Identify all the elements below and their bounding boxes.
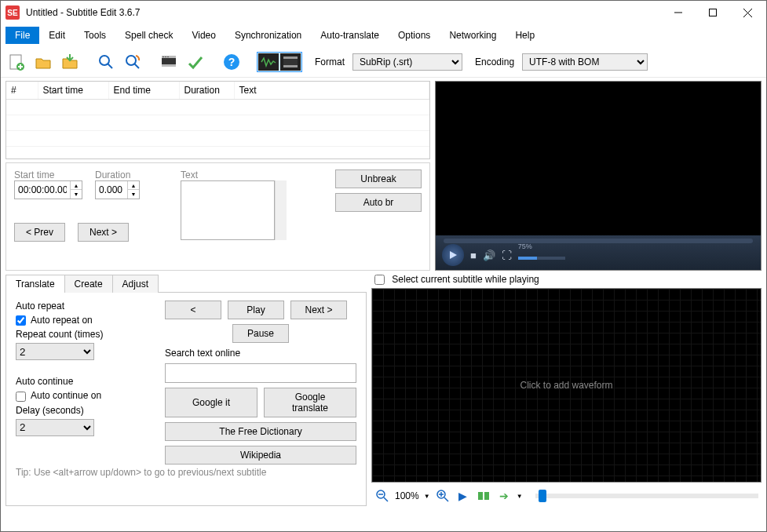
google-translate-button[interactable]: Google translate — [264, 388, 356, 417]
wf-position-icon[interactable] — [476, 488, 491, 504]
tab-create[interactable]: Create — [64, 275, 113, 293]
translate-prev-button[interactable]: < — [165, 301, 221, 319]
search-online-label: Search text online — [165, 348, 356, 359]
auto-repeat-checkbox-label[interactable]: Auto repeat on — [16, 315, 157, 326]
next-button[interactable]: Next > — [78, 223, 129, 242]
duration-spinner[interactable]: ▲▼ — [95, 180, 140, 199]
spin-down-icon[interactable]: ▼ — [128, 190, 139, 199]
format-select[interactable]: SubRip (.srt) — [352, 53, 462, 71]
unbreak-button[interactable]: Unbreak — [335, 169, 422, 188]
search-online-input[interactable] — [165, 363, 356, 383]
video-area[interactable] — [436, 82, 761, 235]
col-duration[interactable]: Duration — [179, 82, 234, 100]
window-title: Untitled - Subtitle Edit 3.6.7 — [26, 7, 661, 18]
svg-rect-32 — [484, 492, 489, 500]
menu-help[interactable]: Help — [506, 27, 544, 44]
spin-down-icon[interactable]: ▼ — [71, 190, 82, 199]
menu-file[interactable]: File — [5, 27, 39, 44]
new-file-icon[interactable] — [5, 51, 27, 73]
zoom-in-icon[interactable] — [435, 488, 451, 504]
maximize-button[interactable] — [696, 2, 730, 24]
prev-button[interactable]: < Prev — [14, 223, 65, 242]
translate-pause-button[interactable]: Pause — [232, 324, 289, 343]
encoding-select[interactable]: UTF-8 with BOM — [522, 53, 648, 71]
auto-repeat-checkbox[interactable] — [16, 315, 26, 326]
menu-networking[interactable]: Networking — [440, 27, 506, 44]
col-number[interactable]: # — [6, 82, 38, 100]
col-text[interactable]: Text — [234, 82, 429, 100]
menu-video[interactable]: Video — [182, 27, 225, 44]
google-it-button[interactable]: Google it — [165, 388, 257, 417]
tip-text: Tip: Use <alt+arrow up/down> to go to pr… — [16, 464, 356, 478]
menu-spellcheck[interactable]: Spell check — [115, 27, 182, 44]
volume-bar[interactable] — [518, 257, 565, 260]
wf-next-icon[interactable]: ➔ — [496, 488, 512, 504]
col-endtime[interactable]: End time — [108, 82, 179, 100]
stop-icon[interactable]: ■ — [470, 250, 477, 261]
save-file-icon[interactable] — [59, 51, 81, 73]
tab-translate[interactable]: Translate — [5, 275, 65, 293]
zoom-dropdown-icon[interactable]: ▼ — [424, 493, 430, 500]
repeat-count-select[interactable]: 2 — [16, 343, 94, 360]
menu-edit[interactable]: Edit — [39, 27, 75, 44]
subtitle-text-input[interactable] — [181, 180, 275, 240]
wf-position-slider[interactable] — [535, 494, 758, 498]
select-current-checkbox[interactable] — [374, 275, 385, 285]
wf-play-icon[interactable]: ▶ — [455, 488, 471, 504]
table-row[interactable] — [6, 115, 429, 131]
replace-icon[interactable] — [122, 51, 144, 73]
menu-synchronization[interactable]: Synchronization — [225, 27, 311, 44]
tab-adjust[interactable]: Adjust — [112, 275, 159, 293]
spellcheck-icon[interactable] — [184, 51, 206, 73]
auto-repeat-group-label: Auto repeat — [16, 301, 157, 312]
find-icon[interactable] — [95, 51, 117, 73]
waveform-placeholder: Click to add waveform — [520, 380, 612, 391]
svg-rect-21 — [283, 56, 298, 59]
autobr-button[interactable]: Auto br — [335, 193, 422, 212]
translate-play-button[interactable]: Play — [228, 301, 284, 319]
menu-autotranslate[interactable]: Auto-translate — [311, 27, 389, 44]
svg-text:?: ? — [228, 56, 236, 68]
volume-icon[interactable]: 🔊 — [483, 250, 495, 261]
video-view-icon[interactable] — [280, 53, 301, 71]
table-row[interactable] — [6, 100, 429, 115]
close-button[interactable] — [730, 2, 765, 24]
menu-tools[interactable]: Tools — [75, 27, 115, 44]
svg-point-17 — [167, 56, 168, 56]
menu-options[interactable]: Options — [389, 27, 440, 44]
minimize-button[interactable] — [661, 2, 696, 24]
seek-bar[interactable] — [444, 239, 753, 243]
wikipedia-button[interactable]: Wikipedia — [165, 446, 356, 465]
play-button[interactable] — [442, 244, 464, 266]
titlebar: SE Untitled - Subtitle Edit 3.6.7 — [1, 1, 766, 24]
duration-input[interactable] — [96, 183, 127, 197]
zoom-out-icon[interactable] — [374, 488, 390, 504]
spin-up-icon[interactable]: ▲ — [128, 181, 139, 190]
waveform-view-icon[interactable] — [258, 53, 279, 71]
help-icon[interactable]: ? — [221, 51, 243, 73]
svg-point-15 — [163, 56, 163, 56]
slider-thumb[interactable] — [539, 490, 546, 502]
visual-sync-icon[interactable] — [158, 51, 180, 73]
free-dictionary-button[interactable]: The Free Dictionary — [165, 422, 356, 441]
app-icon: SE — [5, 5, 20, 20]
subtitle-grid[interactable]: # Start time End time Duration Text — [5, 81, 430, 159]
translate-next-button[interactable]: Next > — [290, 301, 347, 319]
fullscreen-icon[interactable]: ⛶ — [502, 250, 512, 261]
scrollbar[interactable] — [275, 180, 287, 240]
wf-dropdown-icon[interactable]: ▼ — [517, 493, 523, 500]
select-current-checkbox-label[interactable]: Select current subtitle while playing — [374, 274, 539, 285]
auto-continue-checkbox-label[interactable]: Auto continue on — [16, 390, 157, 401]
svg-line-9 — [108, 64, 112, 68]
spin-up-icon[interactable]: ▲ — [71, 181, 82, 190]
col-starttime[interactable]: Start time — [38, 82, 108, 100]
delay-select[interactable]: 2 — [16, 419, 94, 436]
starttime-input[interactable] — [15, 183, 70, 197]
waveform-area[interactable]: Click to add waveform — [371, 288, 762, 483]
auto-continue-checkbox[interactable] — [16, 392, 26, 402]
starttime-spinner[interactable]: ▲▼ — [14, 180, 82, 199]
open-file-icon[interactable] — [32, 51, 54, 73]
encoding-label: Encoding — [475, 56, 514, 67]
svg-line-11 — [134, 64, 139, 68]
table-row[interactable] — [6, 131, 429, 147]
